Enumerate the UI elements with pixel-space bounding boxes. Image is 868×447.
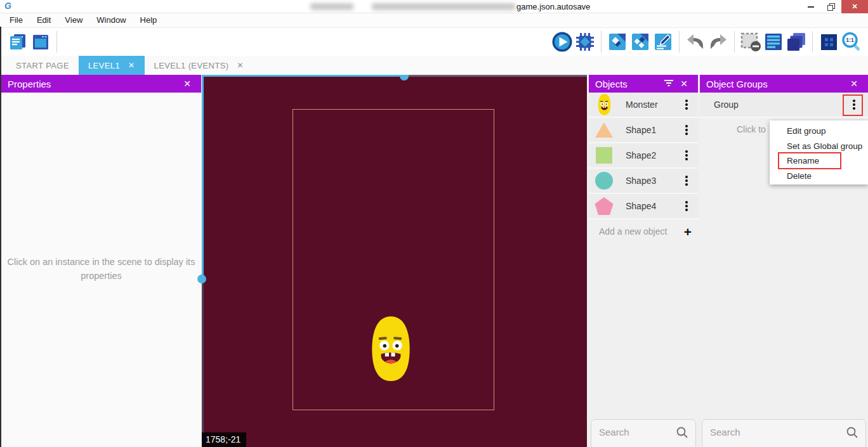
object-groups-panel-header: Object Groups ✕ (700, 75, 868, 93)
tab-close-icon[interactable]: ✕ (237, 61, 244, 70)
menu-edit[interactable]: Edit (30, 13, 58, 27)
object-name: Monster (626, 100, 681, 110)
object-menu-button[interactable] (681, 100, 692, 109)
objects-panel-title: Objects (595, 79, 661, 89)
object-row-shape3[interactable]: Shape3 (589, 169, 698, 194)
close-icon[interactable]: ✕ (180, 79, 195, 89)
group-context-menu: Edit group Set as Global group Rename De… (770, 120, 868, 185)
toolbar-separator (734, 31, 735, 53)
search-icon (846, 426, 858, 439)
object-row-monster[interactable]: Monster (589, 93, 698, 118)
title-bar: G game.json.autosave ✕ (0, 0, 868, 13)
properties-panel: Properties ✕ Click on an instance in the… (1, 75, 201, 447)
tab-close-icon[interactable]: ✕ (128, 61, 135, 70)
play-icon[interactable] (551, 30, 574, 53)
menu-file[interactable]: File (3, 13, 30, 27)
cursor-coordinates: 1758;-21 (202, 432, 246, 447)
add-object-button[interactable]: Add a new object + (589, 219, 698, 243)
grid-icon[interactable] (817, 30, 840, 53)
pentagon-thumbnail-icon (593, 195, 615, 217)
objects-search-input[interactable] (599, 427, 672, 437)
vertical-scrollbar-track[interactable] (202, 279, 204, 447)
monster-thumbnail-icon (593, 94, 615, 115)
plus-icon: + (684, 225, 692, 238)
menu-item-delete[interactable]: Delete (770, 169, 868, 184)
object-name: Shape2 (626, 150, 681, 160)
toolbar: 1:1 (0, 28, 868, 56)
object-row-shape1[interactable]: Shape1 (589, 118, 698, 143)
debugger-icon[interactable] (574, 30, 596, 53)
close-button[interactable]: ✕ (841, 0, 868, 13)
menu-help[interactable]: Help (133, 13, 164, 27)
scene-canvas[interactable]: 1758;-21 (202, 75, 587, 447)
minimize-icon (808, 6, 814, 8)
restore-icon (827, 3, 835, 11)
close-icon[interactable]: ✕ (676, 79, 692, 89)
menu-item-edit-group[interactable]: Edit group (770, 124, 868, 139)
object-row-shape4[interactable]: Shape4 (589, 194, 698, 219)
undo-icon[interactable] (684, 30, 707, 53)
groups-search-box (702, 419, 866, 447)
tab-level1-events[interactable]: LEVEL1 (EVENTS) ✕ (145, 56, 253, 75)
object-row-shape2[interactable]: Shape2 (589, 143, 698, 169)
object-name: Shape3 (626, 176, 681, 186)
delete-instances-icon[interactable] (739, 30, 762, 53)
properties-panel-header: Properties ✕ (1, 75, 201, 93)
horizontal-scrollbar[interactable] (202, 75, 405, 77)
project-manager-icon[interactable] (6, 30, 29, 53)
tab-level1[interactable]: LEVEL1 ✕ (79, 56, 145, 75)
search-icon (676, 426, 688, 439)
toolbar-separator (679, 31, 680, 53)
blurred-title-segment (310, 3, 353, 10)
layers-icon[interactable] (785, 30, 808, 53)
object-groups-editor-icon[interactable] (629, 30, 652, 53)
group-name: Group (714, 100, 849, 110)
monster-instance[interactable] (369, 316, 412, 382)
toolbar-separator (812, 31, 813, 53)
vertical-scrollbar-thumb[interactable] (197, 275, 206, 283)
close-icon[interactable]: ✕ (846, 79, 862, 89)
window-title: game.json.autosave (516, 2, 590, 11)
window-controls: ✕ (801, 0, 868, 13)
annotation-rename-highlight (778, 152, 841, 169)
add-object-label: Add a new object (599, 226, 667, 236)
object-menu-button[interactable] (681, 201, 692, 211)
filter-icon[interactable] (661, 79, 676, 89)
vertical-scrollbar[interactable] (202, 75, 204, 279)
zoom-level-label: 1:1 (846, 37, 854, 43)
horizontal-scrollbar-track[interactable] (405, 75, 587, 77)
menu-window[interactable]: Window (89, 13, 133, 27)
object-groups-panel: Object Groups ✕ Group Click to Edit grou… (700, 75, 868, 447)
group-row[interactable]: Group (700, 93, 868, 118)
grid-icon-glyph (821, 34, 837, 50)
horizontal-scrollbar-thumb[interactable] (400, 75, 409, 81)
blurred-title-segment (372, 3, 515, 10)
toolbar-separator (601, 31, 602, 53)
object-name: Shape4 (626, 201, 681, 211)
edit-scene-icon[interactable] (652, 30, 674, 53)
objects-editor-icon[interactable] (606, 30, 629, 53)
menu-bar: File Edit View Window Help (0, 13, 868, 28)
groups-empty-hint: Click to (737, 124, 766, 134)
object-menu-button[interactable] (681, 150, 692, 160)
groups-search-input[interactable] (710, 427, 824, 437)
menu-view[interactable]: View (58, 13, 89, 27)
gdevelop-logo-icon: G (4, 1, 11, 11)
scene-window-icon[interactable] (29, 30, 52, 53)
toolbar-separator (56, 31, 57, 53)
redo-icon[interactable] (707, 30, 730, 53)
restore-button[interactable] (821, 0, 841, 13)
minimize-button[interactable] (801, 0, 821, 13)
object-name: Shape1 (626, 125, 681, 135)
window-left-border (0, 27, 1, 447)
object-menu-button[interactable] (681, 176, 692, 185)
editor-tab-bar: START PAGE LEVEL1 ✕ LEVEL1 (EVENTS) ✕ (0, 56, 868, 75)
object-menu-button[interactable] (681, 125, 692, 134)
tab-start-page[interactable]: START PAGE (6, 56, 79, 75)
object-groups-panel-title: Object Groups (706, 79, 846, 89)
menu-item-set-as-global-group[interactable]: Set as Global group (770, 139, 868, 154)
zoom-1-1-icon[interactable]: 1:1 (840, 30, 863, 53)
objects-panel-header: Objects ✕ (589, 75, 698, 93)
circle-thumbnail-icon (593, 170, 615, 191)
instances-list-icon[interactable] (762, 30, 785, 53)
